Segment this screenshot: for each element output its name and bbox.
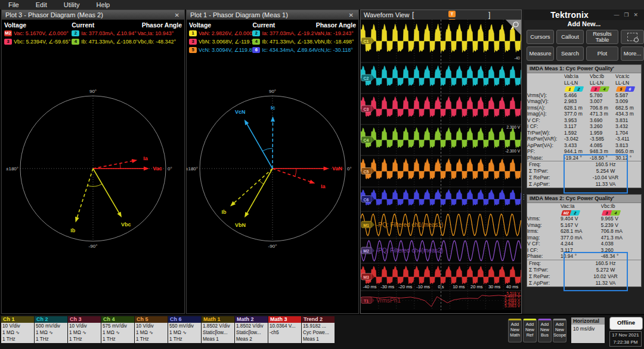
svg-text:C3: C3 (364, 107, 369, 111)
channel-card-ch-5[interactable]: Ch 510 V/div1 MΩ ∿1 THz (135, 316, 168, 344)
measurement-value: 706.8 m (590, 105, 615, 111)
sidebar-button-grid: CursorsCalloutResults TableMeasureSearch… (524, 29, 644, 62)
results-col-sub: LL-LN (590, 80, 615, 86)
phasor-angle-value: VbN,Ib: -18.498° (314, 39, 356, 45)
channel-card-ch-6[interactable]: Ch 6550 mV/div1 MΩ ∿1 THz (168, 316, 201, 344)
trigger-marker-icon[interactable]: T (448, 11, 456, 17)
results-grid: Vac:IaVbc:IbM2234Vrms:9.404 V9.965 VVmag… (527, 203, 641, 260)
expansion-bracket-left[interactable]: [ (412, 11, 414, 19)
channel-card-ch-3[interactable]: Ch 310 V/div1 MΩ ∿1 THz (68, 316, 101, 344)
time-axis-label: -20 ms (398, 284, 412, 289)
channel-badge[interactable]: 2 (252, 30, 260, 36)
add-new-ref-button[interactable]: AddNewRef (523, 319, 537, 342)
more-button[interactable]: More... (621, 46, 644, 61)
measurement-value: 377.0 mA (561, 235, 601, 241)
menu-item-utility[interactable]: Utility (55, 1, 88, 8)
readout-row: 3VbN: 3.0068V, ∠-119.7°4Ib: 471.33mA, ∠-… (187, 38, 358, 46)
search-button[interactable]: Search (556, 46, 584, 61)
channel-name: Ch 2 (35, 316, 67, 323)
channel-settings: 1.8502 V/divStatic[low...Meas 1 (202, 323, 234, 343)
channel-settings: 1.8502 V/divStatic[low...Meas 2 (235, 323, 268, 343)
channel-badge[interactable]: 1 (189, 30, 197, 36)
summary-value: 160.5 Hz (570, 260, 641, 267)
summary-label: Σ RePwr: (527, 174, 570, 181)
area-zoom-button[interactable] (621, 30, 644, 44)
svg-text:VcN: VcN (235, 109, 246, 115)
close-icon[interactable]: ✕ (174, 12, 181, 18)
channel-setting-line: 10 V/div (69, 323, 100, 329)
results-cell (527, 80, 564, 86)
plot3-titlebar[interactable]: Plot 3 - Phasor Diagram (Meas 2) ✕ (2, 10, 184, 20)
offline-button[interactable]: Offline (609, 317, 643, 330)
measurement-label: TrPwr(W): (527, 130, 564, 136)
svg-text:M3: M3 (363, 275, 369, 279)
expansion-bracket-right[interactable]: ] (488, 11, 490, 19)
measure-button[interactable]: Measure (527, 46, 554, 61)
channel-name: Ch 5 (135, 316, 168, 323)
channel-card-math-1[interactable]: Math 11.8502 V/divStatic[low...Meas 1 (202, 316, 234, 344)
channel-badge[interactable]: 5 (189, 47, 197, 53)
channel-setting-line: Meas 1 (203, 336, 233, 342)
channel-badge[interactable]: 3 (4, 39, 12, 45)
summary-value: 10.02 VAR (570, 273, 641, 280)
close-icon[interactable]: ✕ (348, 12, 355, 18)
channel-setting-line: 15.9182 ... (303, 323, 333, 329)
add-new-scope-button[interactable]: AddNewScope (553, 319, 566, 342)
results-table-button[interactable]: Results Table (586, 30, 618, 44)
channel-setting-line: 1 MΩ ∿ (2, 329, 33, 336)
measurement-value: 471.3 mA (601, 235, 642, 241)
channel-badge[interactable]: M2 (4, 30, 12, 36)
close-icon[interactable]: ✕ (631, 12, 640, 18)
channel-setting-line: Cyc Powe... (303, 329, 333, 336)
results-table-imda-meas-1[interactable]: IMDA Meas 1: Cyc Power Quality'Vab:IaVbc… (527, 64, 642, 188)
results-title: IMDA Meas 1: Cyc Power Quality' (527, 65, 641, 73)
channel-card-math-3[interactable]: Math 310.0364 V...-ch5 (268, 316, 301, 344)
callout-button[interactable]: Callout (556, 30, 584, 44)
waveform-display[interactable]: C1-20-40C2C3C42.300 V-2.300 VC5C6M1-PQ: … (361, 20, 521, 313)
cursors-button[interactable]: Cursors (527, 30, 554, 44)
channel-card-ch-1[interactable]: Ch 110 V/div1 MΩ ∿1 THz (1, 316, 34, 344)
channel-card-math-2[interactable]: Math 21.8502 V/divStatic[low...Meas 2 (235, 316, 268, 344)
menu-item-file[interactable]: File (0, 1, 27, 8)
plot-button[interactable]: Plot (586, 46, 618, 61)
results-table-imda-meas-2[interactable]: IMDA Meas 2: Cyc Power Quality'Vac:IaVbc… (527, 194, 642, 287)
channel-settings: 550 mV/div1 MΩ ∿1 THz (168, 323, 201, 343)
area-zoom-icon (627, 33, 637, 41)
horizontal-panel[interactable]: Horizontal 10 ms/div (571, 317, 605, 344)
current-readout: 2Ia: 377.03mA, ∠-19.24° (252, 30, 314, 36)
measurement-value: 377.0 m (564, 111, 590, 117)
channel-card-ch-2[interactable]: Ch 2500 mV/div1 MΩ ∿1 THz (35, 316, 67, 344)
restore-icon[interactable]: ❐ (621, 12, 631, 18)
summary-label: Σ TrPwr: (527, 168, 570, 174)
channel-badge[interactable]: 4 (252, 39, 260, 45)
measurement-value: 1.959 (590, 130, 615, 136)
measurement-value: 5.780 (590, 92, 615, 99)
waveform-view-panel[interactable]: Waveform View [ ] T T C1-20-40C2C3C42.30… (360, 10, 522, 314)
results-col-header: Vac:Ia (561, 203, 601, 210)
waveform-titlebar[interactable]: Waveform View [ ] (361, 10, 521, 20)
menu-item-edit[interactable]: Edit (27, 1, 55, 8)
channel-settings: 10 V/div1 MΩ ∿1 THz (68, 323, 101, 343)
plot1-titlebar[interactable]: Plot 1 - Phasor Diagram (Meas 1) ✕ (187, 10, 358, 20)
channel-badge[interactable]: 2 (72, 30, 79, 36)
measurement-value: 5.239 V (601, 222, 642, 229)
channel-badge[interactable]: 6 (252, 47, 260, 53)
menu-item-help[interactable]: Help (88, 1, 119, 8)
time-axis-label: -10 ms (416, 284, 430, 289)
minimize-icon[interactable]: — (611, 12, 621, 18)
measurement-value: 3.813 (615, 142, 641, 149)
channel-badge[interactable]: 3 (189, 39, 197, 45)
measurement-value: -3.042 (564, 136, 590, 142)
channel-setting-line: 1 MΩ ∿ (169, 329, 200, 336)
channel-card-trend-2[interactable]: Trend 215.9182 ...Cyc Powe...Meas 1 (302, 316, 335, 344)
voltage-readout: 5VcN: 3.0094V, ∠119.8° (189, 47, 252, 53)
summary-label: Freq: (527, 161, 570, 168)
channel-badge[interactable]: 4 (72, 39, 79, 45)
measurement-value: 1.704 (615, 130, 641, 136)
measurement-label: ApPwr(VA): (527, 142, 564, 149)
channel-card-ch-4[interactable]: Ch 4575 mV/div1 MΩ ∿1 THz (101, 316, 134, 344)
add-new-bus-button[interactable]: AddNewBus (538, 319, 552, 342)
results-col-header: Vbc:Ib (590, 73, 615, 80)
current-value: Ia: 377.03mA, ∠10.94° (81, 30, 137, 36)
add-new-math-button[interactable]: AddNewMath (508, 319, 522, 342)
